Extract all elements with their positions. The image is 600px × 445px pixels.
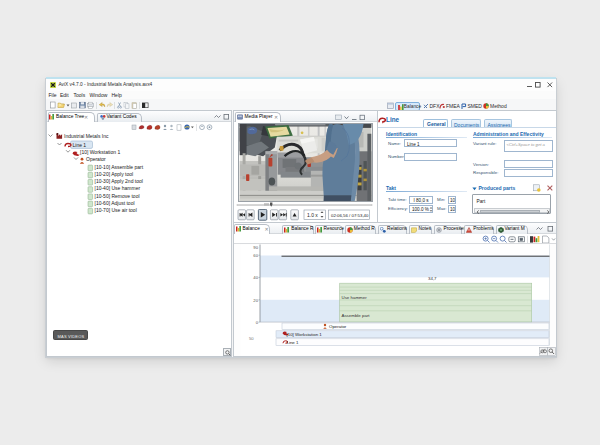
svg-text:[10] Workstation 1: [10] Workstation 1	[287, 331, 323, 336]
svg-text:1.0 x: 1.0 x	[307, 211, 318, 217]
svg-text:60: 60	[253, 252, 258, 257]
svg-text:Use hammer: Use hammer	[342, 294, 368, 299]
svg-text:40: 40	[253, 275, 258, 280]
svg-text:02:06,56 / 07:53,40: 02:06,56 / 07:53,40	[331, 212, 369, 217]
svg-text:Assemble part: Assemble part	[342, 313, 371, 318]
svg-text:34,7: 34,7	[428, 276, 437, 281]
svg-text:Operator: Operator	[329, 323, 347, 328]
svg-text:20: 20	[253, 297, 258, 302]
svg-text:Line 1: Line 1	[287, 339, 300, 344]
svg-text:90: 90	[253, 245, 258, 250]
svg-text:50: 50	[249, 336, 254, 341]
